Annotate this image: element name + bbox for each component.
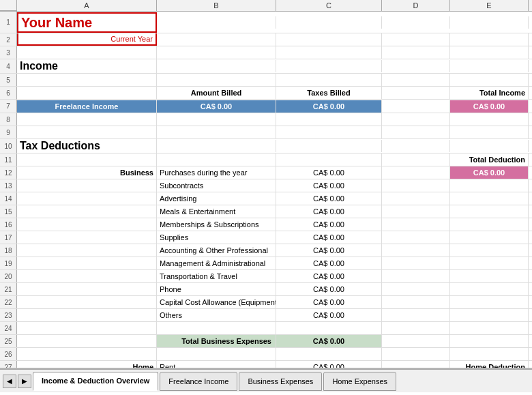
row-num: 21 (0, 283, 17, 295)
row-num: 20 (0, 270, 17, 282)
table-row: 20 Transportation & Travel CA$ 0.00 (0, 270, 532, 283)
cell-1b (157, 16, 276, 29)
row-num: 18 (0, 244, 17, 257)
cell-13b: Subcontracts (157, 179, 276, 192)
cell-14b: Advertising (157, 192, 276, 205)
row-num: 3 (0, 46, 17, 59)
cell-12a: Business (17, 166, 157, 179)
cell-11e: Total Deduction (450, 153, 529, 166)
cell-8a (17, 113, 157, 126)
cell-18b: Accounting & Other Professional (157, 244, 276, 257)
tab-freelance-income[interactable]: Freelance Income (160, 372, 237, 391)
cell-25c: CA$ 0.00 (276, 335, 382, 347)
cell-7e: CA$ 0.00 (450, 100, 529, 113)
cell-18c: CA$ 0.00 (276, 244, 382, 257)
cell-19b: Management & Administrational (157, 257, 276, 269)
cell-3a (17, 46, 157, 59)
cell-7b: CA$ 0.00 (157, 100, 276, 113)
cell-17b: Supplies (157, 231, 276, 244)
row-num: 1 (0, 12, 17, 33)
cell-6a (17, 87, 157, 99)
table-row: 17 Supplies CA$ 0.00 (0, 231, 532, 244)
cell-2c (276, 33, 382, 46)
cell-2a: Current Year (17, 33, 157, 46)
cell-24b (157, 322, 276, 334)
table-row: 1 Your Name (0, 12, 532, 33)
current-year-label: Current Year (110, 35, 153, 43)
table-row: 24 (0, 322, 532, 335)
table-row: 26 (0, 348, 532, 361)
row-num: 22 (0, 296, 17, 308)
cell-2d (382, 33, 450, 46)
cell-24d (382, 322, 450, 334)
table-row: 6 Amount Billed Taxes Billed Total Incom… (0, 87, 532, 100)
row-num: 13 (0, 179, 17, 192)
table-row: 25 Total Business Expenses CA$ 0.00 (0, 335, 532, 348)
cell-4b (157, 60, 276, 72)
table-row: 16 Memberships & Subscriptions CA$ 0.00 (0, 218, 532, 231)
row-num: 23 (0, 309, 17, 321)
cell-10c (276, 140, 382, 152)
cell-9a (17, 126, 157, 138)
cell-22d (382, 296, 450, 308)
tab-next-button[interactable]: ▶ (18, 375, 31, 388)
cell-6e: Total Income (450, 87, 529, 99)
cell-21d (382, 283, 450, 295)
cell-27b: Rent (157, 361, 276, 368)
row-num: 8 (0, 113, 17, 126)
cell-9e (450, 126, 529, 138)
cell-14c: CA$ 0.00 (276, 192, 382, 205)
cell-20a (17, 270, 157, 282)
cell-22c: CA$ 0.00 (276, 296, 382, 308)
tab-income-deduction[interactable]: Income & Deduction Overview (33, 372, 158, 391)
table-row: 27 Home Rent CA$ 0.00 Home Deduction (0, 361, 532, 368)
cell-26b (157, 348, 276, 360)
cell-15d (382, 205, 450, 218)
table-row: 14 Advertising CA$ 0.00 (0, 192, 532, 205)
cell-15e (450, 205, 529, 218)
tab-home-expenses[interactable]: Home Expenses (323, 372, 396, 391)
row-num: 14 (0, 192, 17, 205)
row-num: 6 (0, 87, 17, 99)
table-row: 12 Business Purchases during the year CA… (0, 166, 532, 179)
cell-3e (450, 46, 529, 59)
cell-11a (17, 153, 157, 166)
cell-27e: Home Deduction (450, 361, 529, 368)
corner (0, 0, 17, 11)
cell-9d (382, 126, 450, 138)
row-num: 7 (0, 100, 17, 113)
row-num: 5 (0, 74, 17, 86)
col-header-a: A (17, 0, 157, 11)
tab-prev-button[interactable]: ◀ (3, 375, 16, 388)
col-header-e: E (450, 0, 529, 11)
col-header-b: B (157, 0, 276, 11)
cell-15b: Meals & Entertainment (157, 205, 276, 218)
cell-3b (157, 46, 276, 59)
row-num: 9 (0, 126, 17, 138)
cell-26a (17, 348, 157, 360)
table-row: 18 Accounting & Other Professional CA$ 0… (0, 244, 532, 257)
cell-25a (17, 335, 157, 347)
col-header-d: D (382, 0, 450, 11)
cell-18d (382, 244, 450, 257)
cell-12e: CA$ 0.00 (450, 166, 529, 179)
cell-10a: Tax Deductions (17, 139, 157, 153)
cell-20b: Transportation & Travel (157, 270, 276, 282)
table-row: 21 Phone CA$ 0.00 (0, 283, 532, 296)
cell-1d (382, 16, 450, 29)
row-num: 4 (0, 59, 17, 73)
row-num: 26 (0, 348, 17, 360)
cell-7d (382, 100, 450, 113)
cell-13d (382, 179, 450, 192)
row-num: 16 (0, 218, 17, 231)
table-row: 8 (0, 113, 532, 126)
cell-11b (157, 153, 276, 166)
cell-25b: Total Business Expenses (157, 335, 276, 347)
table-row: 10 Tax Deductions (0, 139, 532, 153)
cell-18a (17, 244, 157, 257)
col-header-c: C (276, 0, 382, 11)
tab-business-expenses[interactable]: Business Expenses (239, 372, 322, 391)
cell-17a (17, 231, 157, 244)
cell-20c: CA$ 0.00 (276, 270, 382, 282)
table-row: 23 Others CA$ 0.00 (0, 309, 532, 322)
